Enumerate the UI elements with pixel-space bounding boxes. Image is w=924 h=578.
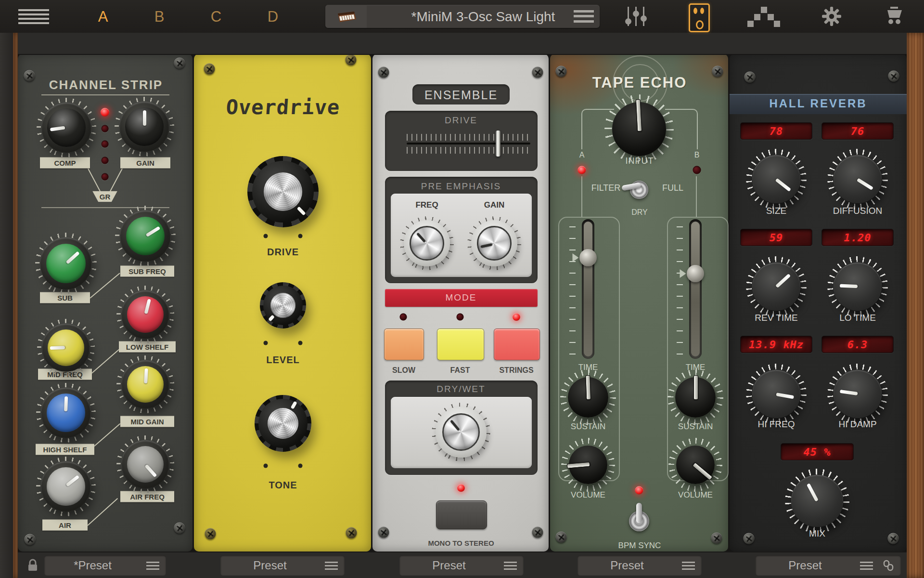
- mix-label: MIX: [809, 528, 825, 539]
- dry-wet-knob[interactable]: [436, 407, 487, 458]
- low-shelf-knob[interactable]: [121, 290, 169, 339]
- slow-led: [400, 314, 407, 321]
- time-b-slider[interactable]: [689, 219, 702, 359]
- screw: [378, 527, 389, 538]
- hi-damp-display: 6.3: [821, 336, 894, 353]
- divider: [41, 94, 169, 95]
- air-knob[interactable]: [41, 461, 91, 512]
- lo-time-knob[interactable]: [834, 263, 882, 311]
- diffusion-knob[interactable]: [834, 155, 882, 203]
- master-preset-menu-icon[interactable]: [574, 10, 594, 23]
- size-knob[interactable]: [752, 155, 800, 203]
- mid-gain-knob[interactable]: [121, 360, 169, 408]
- overdrive-logo: Overdrive: [225, 95, 341, 119]
- mixer-icon[interactable]: [624, 6, 649, 27]
- slot-1-preset-selector[interactable]: *Preset: [44, 555, 166, 576]
- sub-freq-label: SUB FREQ: [120, 266, 174, 277]
- mix-knob[interactable]: [791, 475, 843, 527]
- synth-keyboard-icon: [335, 10, 357, 24]
- shop-cart-icon[interactable]: [884, 6, 905, 26]
- full-label: FULL: [662, 183, 683, 193]
- screw: [532, 67, 543, 78]
- screw: [346, 527, 357, 539]
- drive-slider-handle[interactable]: [496, 131, 500, 157]
- size-display: 78: [740, 122, 812, 140]
- bank-tab-a[interactable]: A: [98, 8, 108, 26]
- diffusion-label: DIFFUSION: [833, 206, 882, 216]
- bpm-sync-toggle-lever[interactable]: [636, 503, 642, 523]
- high-shelf-knob[interactable]: [41, 388, 91, 438]
- overdrive-drive-knob[interactable]: [247, 156, 319, 227]
- mono-to-stereo-led: [457, 484, 465, 492]
- ensemble-title: ENSEMBLE: [424, 88, 498, 102]
- screw: [744, 72, 756, 83]
- bank-tab-d[interactable]: D: [268, 8, 278, 26]
- dot: [264, 234, 268, 238]
- volume-b-knob[interactable]: [676, 446, 715, 484]
- input-label: INPUT: [626, 156, 654, 166]
- drive-slider-track[interactable]: [407, 143, 530, 144]
- ens-gain-knob[interactable]: [471, 220, 517, 266]
- gr-led-3: [102, 141, 109, 148]
- sub-knob[interactable]: [40, 237, 92, 289]
- bank-tab-b[interactable]: B: [154, 8, 165, 26]
- time-a-handle[interactable]: [579, 249, 597, 266]
- channel-a-label: A: [579, 151, 585, 159]
- mono-to-stereo-label: MONO TO STEREO: [428, 539, 494, 547]
- preset-menu-icon[interactable]: [325, 562, 338, 570]
- signal-chain-icon[interactable]: [746, 6, 781, 27]
- lock-icon[interactable]: [26, 559, 39, 572]
- sustain-b-label: SUSTAIN: [678, 422, 713, 432]
- sustain-b-knob[interactable]: [675, 377, 716, 418]
- slot-3-preset-selector[interactable]: Preset: [399, 555, 524, 576]
- gain-knob[interactable]: [119, 102, 169, 152]
- slot-2-preset-selector[interactable]: Preset: [220, 555, 345, 576]
- strings-button[interactable]: [494, 328, 540, 360]
- instrument-chip[interactable]: [325, 5, 367, 28]
- preset-menu-icon[interactable]: [682, 562, 695, 570]
- gr-led-1: [101, 108, 109, 117]
- time-a-slider[interactable]: [582, 219, 594, 359]
- air-label: AIR: [42, 520, 88, 531]
- bank-tab-c[interactable]: C: [211, 8, 221, 26]
- comp-knob[interactable]: [41, 103, 91, 153]
- time-a-label: TIME: [578, 363, 598, 372]
- rev-time-label: REV TIME: [755, 313, 797, 323]
- sustain-a-knob[interactable]: [568, 377, 608, 418]
- master-preset-selector[interactable]: *MiniM 3-Osc Saw Light: [325, 5, 600, 28]
- input-knob[interactable]: [612, 102, 666, 156]
- overdrive-tone-knob[interactable]: [255, 395, 311, 452]
- sub-freq-knob[interactable]: [120, 210, 171, 262]
- dot: [264, 341, 268, 345]
- preset-menu-icon[interactable]: [146, 562, 159, 570]
- rev-time-knob[interactable]: [752, 263, 800, 311]
- fast-button[interactable]: [437, 328, 484, 360]
- mid-freq-knob[interactable]: [42, 324, 90, 372]
- preset-menu-icon[interactable]: [504, 562, 517, 570]
- mono-to-stereo-button[interactable]: [436, 500, 487, 529]
- time-b-handle[interactable]: [687, 265, 704, 282]
- slot-5-preset-selector[interactable]: Preset: [756, 555, 901, 576]
- hi-freq-knob[interactable]: [752, 370, 800, 418]
- top-toolbar: A B C D *MiniM 3-Osc Saw Light: [0, 0, 924, 33]
- air-freq-knob[interactable]: [121, 440, 169, 488]
- settings-gear-icon[interactable]: [821, 6, 842, 26]
- screw: [174, 58, 185, 69]
- mid-gain-label: MID GAIN: [120, 416, 174, 427]
- dry-wet-label: DRY/WET: [436, 384, 485, 394]
- volume-a-knob[interactable]: [569, 446, 607, 484]
- slot-4-preset-selector[interactable]: Preset: [578, 555, 702, 576]
- screw: [205, 528, 216, 539]
- freq-knob[interactable]: [404, 220, 450, 266]
- overdrive-level-knob[interactable]: [260, 282, 306, 328]
- slow-button[interactable]: [384, 328, 424, 360]
- main-menu-icon[interactable]: [18, 9, 49, 24]
- ensemble-drive-label: DRIVE: [445, 115, 477, 126]
- hi-damp-knob[interactable]: [834, 370, 882, 418]
- preset-menu-icon[interactable]: [860, 562, 873, 570]
- preset-link-icon[interactable]: [883, 560, 894, 571]
- effects-rack-icon-active[interactable]: [689, 3, 710, 32]
- gr-led-2: [102, 125, 109, 132]
- strings-label: STRINGS: [499, 366, 533, 375]
- diffusion-display: 76: [821, 122, 894, 140]
